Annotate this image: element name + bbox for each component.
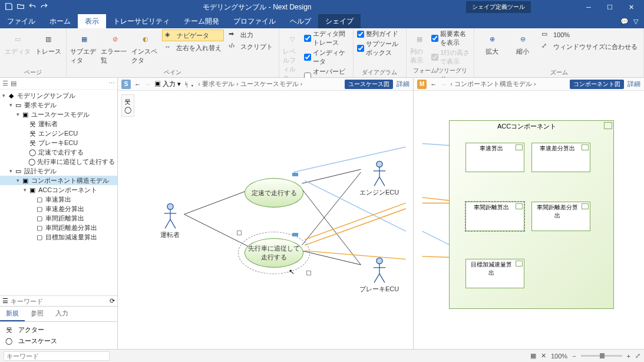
svg-point-16 [376, 161, 382, 167]
align-guide-checkbox[interactable]: 整列ガイド [357, 29, 402, 38]
filter-toggle-icon[interactable]: ▤ [11, 80, 16, 87]
zoom-fit-icon[interactable]: ⤢ [635, 352, 640, 360]
clear-filter-icon[interactable]: ⟳ [110, 297, 115, 305]
tree-design-model[interactable]: ▾▭設計モデル [0, 166, 117, 176]
component-distdiff[interactable]: 車間距離差分算出 [531, 202, 590, 231]
script-button[interactable]: ‹/›スクリプト [226, 41, 275, 52]
redo-icon[interactable] [40, 2, 48, 12]
error-list-button[interactable]: ⊘エラー一覧 [101, 29, 129, 65]
tree-icon[interactable]: ☰ [2, 80, 8, 87]
keyword-input[interactable] [11, 298, 107, 305]
palette-tab-input[interactable]: 入力 [49, 307, 74, 321]
status-keyword-input[interactable] [4, 351, 110, 361]
inspector-button[interactable]: ◐インスペクタ [131, 29, 160, 65]
subeditor-button[interactable]: ▦サブエディタ [70, 29, 98, 65]
close-button[interactable]: ✕ [620, 0, 642, 14]
actor-engine[interactable]: エンジンECU [359, 160, 399, 197]
save-icon[interactable] [5, 2, 13, 12]
output-button[interactable]: ➡出力 [226, 29, 275, 40]
zoom-out-icon[interactable]: − [572, 353, 576, 360]
actor-brake[interactable]: ブレーキECU [359, 257, 399, 294]
sidebar-menu-icon[interactable]: ⋯ [108, 80, 115, 87]
tree-select-icon[interactable]: ᛋ ▾ [184, 81, 194, 88]
tree-comp-target[interactable]: ▢目標加減速量算出 [0, 232, 117, 242]
view-badge-usecase[interactable]: ユースケース図 [345, 80, 393, 89]
column-show-button[interactable]: ▦列の表示 [410, 29, 429, 65]
tree-acc[interactable]: ▾▣ACCコンポーネント [0, 185, 117, 195]
component-speeddiff[interactable]: 車速差分算出 [531, 143, 590, 172]
tab-shape[interactable]: シェイプ [318, 14, 361, 28]
minimize-button[interactable]: ─ [578, 0, 599, 14]
maximize-button[interactable]: ☐ [599, 0, 620, 14]
component-target[interactable]: 目標加減速量算出 [465, 259, 524, 288]
tree-usecase-model[interactable]: ▾▣ユースケースモデル [0, 110, 117, 119]
forward-icon[interactable]: → [144, 81, 151, 88]
input-dropdown[interactable]: ▣ 入力 ▾ [154, 80, 181, 88]
show-parent-name-checkbox[interactable]: 親要素名を表示 [431, 29, 470, 47]
navigator-button[interactable]: ◈ナビゲータ [162, 29, 224, 41]
forward-icon-r[interactable]: → [440, 81, 447, 88]
breadcrumb-right[interactable]: ‹ コンポーネント構造モデル › [450, 80, 536, 88]
tree-comp-distdiff[interactable]: ▢車間距離差分算出 [0, 223, 117, 232]
indicator-checkbox[interactable]: インディケータ [304, 48, 349, 66]
stencil-usecase-icon[interactable]: ◯ [124, 106, 131, 114]
feedback-icon[interactable]: 💬 [620, 18, 629, 25]
collapse-ribbon-icon[interactable]: ▽ [633, 18, 638, 25]
tab-view[interactable]: 表示 [78, 14, 106, 28]
tab-profile[interactable]: プロファイル [226, 14, 283, 28]
tree-actor-driver[interactable]: 웃運転者 [0, 119, 117, 129]
usecase-cruise[interactable]: 定速で走行する [245, 178, 303, 208]
editor-trace-checkbox[interactable]: エディタ間トレース [304, 29, 349, 47]
status-view-grid-icon[interactable]: ▦ [530, 352, 536, 360]
tree-req-model[interactable]: ▾▭要求モデル [0, 100, 117, 110]
tab-team[interactable]: チーム開発 [177, 14, 226, 28]
back-icon[interactable]: ← [134, 81, 141, 88]
tree-comp-dist[interactable]: ▢車間距離算出 [0, 213, 117, 223]
tree-comp-speed[interactable]: ▢車速算出 [0, 195, 117, 204]
detail-link-right[interactable]: 詳細 [628, 80, 640, 88]
usecase-follow[interactable]: 先行車に追従して走行する [245, 238, 303, 268]
zoom-out-button[interactable]: ⊖縮小 [508, 29, 537, 56]
stencil[interactable]: 웃 ◯ [121, 94, 134, 117]
component-speed[interactable]: 車速算出 [465, 143, 524, 172]
palette-item-actor[interactable]: 웃アクター [5, 324, 113, 335]
undo-icon[interactable] [28, 2, 37, 12]
usecase-diagram[interactable]: 웃 ◯ [118, 91, 413, 349]
palette-tab-ref[interactable]: 参照 [25, 307, 49, 321]
level-filter-button[interactable]: ▽レベルフィルタ [283, 29, 302, 83]
subtool-checkbox[interactable]: サブツールボックス [357, 40, 402, 57]
view-badge-component[interactable]: コンポーネント図 [570, 80, 624, 89]
palette-item-usecase[interactable]: ◯ユースケース [5, 335, 113, 347]
tree-component-model[interactable]: ▾▣コンポーネント構造モデル [0, 176, 117, 185]
stencil-actor-icon[interactable]: 웃 [124, 97, 131, 106]
tree-usecase-follow[interactable]: ◯先行車に追従して走行する [0, 157, 117, 166]
tree-actor-brake[interactable]: 웃ブレーキECU [0, 138, 117, 147]
status-close-icon[interactable]: ✕ [541, 352, 546, 360]
swap-panes-button[interactable]: ↔左右を入れ替え [162, 42, 224, 53]
tree-usecase-cruise[interactable]: ◯定速で走行する [0, 147, 117, 157]
zoom-in-button[interactable]: ⊕拡大 [478, 29, 506, 56]
palette-tab-new[interactable]: 新規 [0, 307, 25, 321]
zoom-in-icon[interactable]: + [627, 353, 630, 360]
actor-driver[interactable]: 運転者 [160, 203, 180, 239]
zoom-100-button[interactable]: ▭100% [539, 29, 640, 40]
tree-actor-engine[interactable]: 웃エンジンECU [0, 129, 117, 138]
tab-home[interactable]: ホーム [42, 14, 78, 28]
zoom-fit-button[interactable]: ⤢ウィンドウサイズに合わせる [539, 41, 640, 52]
page-editor-button[interactable]: ▭エディタ [4, 29, 32, 56]
tab-file[interactable]: ファイル [0, 14, 42, 28]
tab-help[interactable]: ヘルプ [283, 14, 318, 28]
tree-root[interactable]: ▾◆モデリングサンプル [0, 91, 117, 100]
component-diagram[interactable]: ACCコンポーネント 車速算出 車速差分算出 車間距離算出 車間距離差分算出 目… [414, 91, 644, 349]
page-trace-button[interactable]: ▥トレース [34, 29, 62, 56]
zoom-slider[interactable] [581, 355, 622, 357]
breadcrumb-left[interactable]: ‹ 要求モデル › ユースケースモデル › [198, 80, 302, 88]
component-dist[interactable]: 車間距離算出 [465, 202, 524, 231]
tree-comp-speeddiff[interactable]: ▢車速差分算出 [0, 204, 117, 213]
model-tree[interactable]: ▾◆モデリングサンプル ▾▭要求モデル ▾▣ユースケースモデル 웃運転者 웃エン… [0, 90, 117, 295]
open-icon[interactable] [16, 2, 25, 12]
tab-traceability[interactable]: トレーサビリティ [106, 14, 177, 28]
back-icon-r[interactable]: ← [430, 81, 437, 88]
detail-link-left[interactable]: 詳細 [397, 80, 409, 88]
one-line-height-checkbox[interactable]: 1行の高さで表示 [431, 48, 470, 66]
